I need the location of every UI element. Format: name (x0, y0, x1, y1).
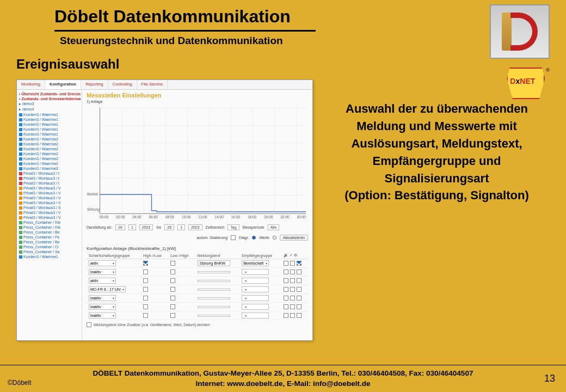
tree-item[interactable]: Kunden3 / Waerme2 (18, 142, 81, 146)
opt3-checkbox[interactable] (297, 278, 302, 283)
tree-item[interactable]: Privat3 / WoHaus3 / t (18, 171, 81, 176)
tree-group[interactable]: ▸ demo3 (18, 101, 81, 107)
opt2-checkbox[interactable] (290, 304, 295, 309)
lh-checkbox[interactable] (170, 304, 175, 309)
tree-header[interactable]: • Übersicht Zustands- und Grenzwertüberw… (18, 91, 81, 96)
tree-item[interactable]: Kunden3 / Waerme1 (18, 117, 81, 122)
rcpt-select[interactable] (242, 313, 269, 318)
opt3-checkbox[interactable] (297, 261, 302, 266)
period-select[interactable]: Alle (268, 224, 280, 230)
opt2-checkbox[interactable] (290, 296, 295, 301)
tree-item[interactable]: Privat3 / WoHaus3 / V (18, 210, 81, 215)
grp-select[interactable]: aktiv (89, 278, 116, 284)
tree-item[interactable]: Kunden3 / Waerme1 (18, 132, 81, 137)
tab-monitoring[interactable]: Monitoring (17, 80, 45, 89)
opt2-checkbox[interactable] (290, 313, 295, 318)
opt3-checkbox[interactable] (297, 313, 302, 318)
opt3-checkbox[interactable] (297, 287, 302, 292)
tree-item[interactable]: Privat3 / WoHaus3 / V (18, 186, 81, 191)
tree-item[interactable]: Privat3 / WoHaus3 / S (18, 205, 81, 210)
grp-select[interactable]: inaktiv (89, 295, 116, 301)
hl-checkbox[interactable] (143, 296, 148, 301)
hl-checkbox[interactable] (143, 270, 148, 274)
tree-item[interactable]: Kunden3 / Waerme2 (18, 151, 81, 156)
opt2-checkbox[interactable] (290, 270, 295, 274)
tree-item[interactable]: Privat3 / WoHaus3 / V (18, 191, 81, 195)
to-year-select[interactable]: 2022 (188, 224, 202, 230)
rcpt-select[interactable] (242, 286, 269, 292)
opt1-checkbox[interactable] (284, 278, 288, 283)
msg-input[interactable] (198, 306, 230, 308)
grp-select[interactable]: MO-FR 8 - 17 Uhr (89, 286, 126, 292)
from-month-select[interactable]: 1 (128, 224, 136, 230)
tab-controlling[interactable]: Controlling (108, 80, 137, 89)
tree-item[interactable]: Press_Container / Be (18, 240, 81, 244)
lh-checkbox[interactable] (170, 278, 175, 283)
rcpt-select[interactable]: Bereitschaft (242, 260, 269, 266)
opt3-checkbox[interactable] (297, 304, 302, 309)
opt1-checkbox[interactable] (284, 304, 288, 309)
msg-input[interactable] (198, 315, 230, 317)
lh-checkbox[interactable] (170, 313, 175, 318)
tab-file-service[interactable]: File-Service (137, 80, 168, 89)
tree-item[interactable]: Privat3 / WoHaus3 / t (18, 176, 81, 181)
refresh-button[interactable]: Aktualisieren (280, 235, 308, 241)
grp-select[interactable]: aktiv (89, 260, 116, 266)
rcpt-select[interactable] (242, 269, 269, 275)
to-month-select[interactable]: 1 (177, 224, 185, 230)
msg-input[interactable] (198, 297, 230, 299)
tree-item[interactable]: Press_Container / Be (18, 230, 81, 235)
diag-radio[interactable] (252, 236, 256, 240)
tree-item[interactable]: Privat3 / WoHaus3 / V (18, 215, 81, 220)
grp-select[interactable]: inaktiv (89, 304, 116, 310)
rcpt-select[interactable] (242, 295, 269, 301)
tree-item[interactable]: Privat3 / WoHaus3 / V (18, 200, 81, 205)
opt1-checkbox[interactable] (284, 261, 288, 266)
opt1-checkbox[interactable] (284, 287, 288, 292)
tree-item[interactable]: Kunden3 / Waerme1 (18, 127, 81, 132)
tree-item[interactable]: Kunden3 / Waerme1 (18, 122, 81, 127)
tree-item[interactable]: Press_Container / Kle (18, 220, 81, 225)
msg-input[interactable] (198, 271, 230, 273)
to-day-select[interactable]: 28 (164, 224, 174, 230)
grp-select[interactable]: inaktiv (89, 269, 116, 275)
tree-group[interactable]: ▸ demo4 (18, 107, 81, 112)
tree-item[interactable]: Kunden3 / Waerme1 (18, 112, 81, 117)
opt1-checkbox[interactable] (284, 296, 288, 301)
tree-item[interactable]: Kunden3 / Waerme2 (18, 166, 81, 171)
hl-checkbox[interactable] (143, 261, 148, 266)
tree-item[interactable]: Press_Container / Kle (18, 225, 81, 230)
tab-konfiguration[interactable]: Konfiguration (45, 80, 81, 89)
opt3-checkbox[interactable] (297, 270, 302, 274)
no-suffix-checkbox[interactable] (87, 322, 91, 327)
tree-item[interactable]: Kunden3 / Waerme2 (18, 156, 81, 161)
tree-item[interactable]: Kunden3 / Waerme1 (18, 254, 81, 259)
msg-input[interactable]: Störung BHKW (198, 260, 230, 266)
lh-checkbox[interactable] (170, 287, 175, 292)
tree-item[interactable]: Press_Container / Se (18, 249, 81, 254)
hl-checkbox[interactable] (143, 304, 148, 309)
lh-checkbox[interactable] (170, 270, 175, 274)
tree-item[interactable]: Kunden3 / Waerme2 (18, 161, 81, 166)
msg-input[interactable] (198, 289, 230, 291)
hl-checkbox[interactable] (143, 313, 148, 318)
opt1-checkbox[interactable] (284, 270, 288, 274)
tree-header[interactable]: • Zustands- und Grenzwertüberwachung (18, 96, 81, 101)
tree-item[interactable]: Kunden3 / Waerme2 (18, 146, 81, 151)
tree-item[interactable]: Kunden3 / Waerme2 (18, 137, 81, 142)
grp-select[interactable]: inaktiv (89, 313, 116, 318)
msg-input[interactable] (198, 280, 230, 282)
tree-item[interactable]: Press_Container / Fe (18, 235, 81, 240)
opt2-checkbox[interactable] (290, 287, 295, 292)
opt3-checkbox[interactable] (297, 296, 302, 301)
hl-checkbox[interactable] (143, 278, 148, 283)
lh-checkbox[interactable] (170, 261, 175, 266)
opt2-checkbox[interactable] (290, 278, 295, 283)
opt2-checkbox[interactable] (290, 261, 295, 266)
tab-reporting[interactable]: Reporting (81, 80, 108, 89)
tree-item[interactable]: Press_Container / Cl (18, 244, 81, 249)
from-year-select[interactable]: 2022 (139, 224, 153, 230)
tree-item[interactable]: Privat3 / WoHaus3 / t (18, 181, 81, 186)
rcpt-select[interactable] (242, 304, 269, 310)
from-day-select[interactable]: 28 (115, 224, 125, 230)
